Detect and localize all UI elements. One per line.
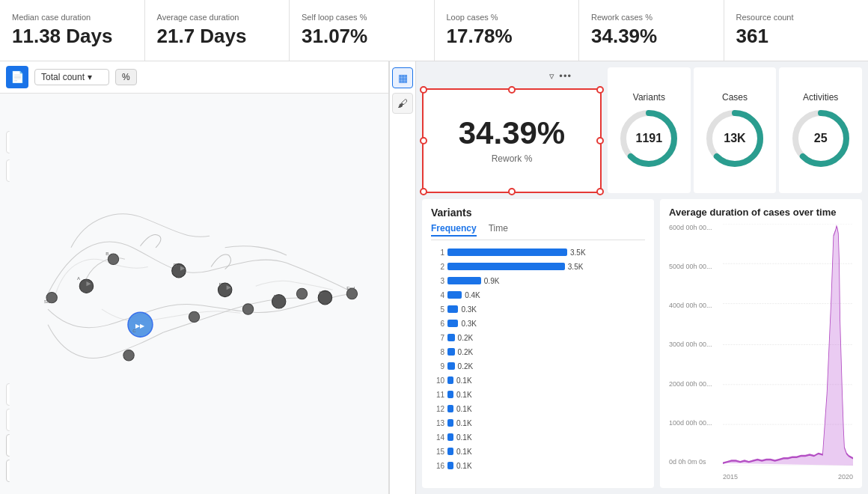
- variant-bar-wrap-7: 0.2K: [447, 347, 645, 356]
- list-item[interactable]: 13 0.1K: [431, 417, 645, 429]
- variant-num-13: 14: [431, 433, 444, 442]
- stat-circle-title-1: Cases: [722, 92, 748, 103]
- brush-tool-button[interactable]: 🖌: [392, 93, 413, 114]
- document-view-button[interactable]: 📄: [6, 66, 28, 88]
- list-item[interactable]: 9 0.2K: [431, 360, 645, 372]
- metric-label-2: Self loop cases %: [302, 13, 422, 22]
- metric-card-2: Self loop cases % 31.07%: [290, 0, 435, 61]
- list-item[interactable]: 5 0.3K: [431, 303, 645, 315]
- process-map-svg: ▶▶: [0, 94, 388, 494]
- list-item[interactable]: 12 0.1K: [431, 403, 645, 415]
- donut-1: 13K: [705, 109, 765, 168]
- variant-bar-label-7: 0.2K: [458, 348, 476, 356]
- list-item[interactable]: 3 0.9K: [431, 275, 645, 287]
- handle-mr[interactable]: [596, 137, 604, 144]
- metrics-bar: Median case duration 11.38 Days Average …: [0, 0, 868, 61]
- variant-bar-wrap-4: 0.3K: [447, 305, 645, 314]
- stat-circle-title-2: Activities: [803, 92, 838, 103]
- list-item[interactable]: 2 3.5K: [431, 260, 645, 272]
- metric-value-0: 11.38 Days: [12, 25, 132, 48]
- donut-2: 25: [791, 109, 851, 168]
- svg-text:B: B: [106, 251, 109, 256]
- variant-num-7: 8: [431, 348, 444, 356]
- variant-bar-wrap-1: 3.5K: [447, 262, 645, 271]
- variant-bar-5: [447, 320, 458, 327]
- variant-bar-14: [447, 448, 453, 455]
- variant-bar-9: [447, 376, 453, 384]
- variant-bar-0: [447, 248, 567, 256]
- variant-bar-label-5: 0.3K: [461, 320, 479, 328]
- metric-value-1: 21.7 Days: [157, 25, 278, 48]
- list-item[interactable]: 6 0.3K: [431, 317, 645, 329]
- y-label-3: 300d 00h 00...: [669, 341, 721, 348]
- chart-area: 600d 00h 00...500d 00h 00...400d 00h 00.…: [669, 224, 853, 481]
- variant-bar-wrap-15: 0.1K: [447, 461, 645, 470]
- variant-bar-label-0: 3.5K: [570, 248, 588, 257]
- stats-circles: Variants 1191 Cases 13K Activities 25: [608, 67, 862, 193]
- left-toolbar: 📄 Total count ▾ %: [0, 61, 388, 94]
- handle-tl[interactable]: [420, 86, 427, 94]
- metric-dropdown[interactable]: Total count ▾: [34, 69, 109, 85]
- metric-card-4: Rework cases % 34.39%: [579, 0, 724, 61]
- variant-num-2: 3: [431, 277, 444, 285]
- list-item[interactable]: 7 0.2K: [431, 332, 645, 344]
- variant-bar-8: [447, 362, 455, 370]
- process-map: ↺ ↻ ⊞ ⛶ + −: [0, 94, 388, 494]
- metric-value-5: 361: [736, 25, 857, 48]
- document-icon: 📄: [10, 70, 25, 84]
- main-content: 📄 Total count ▾ % ↺ ↻ ⊞ ⛶ + −: [0, 61, 868, 494]
- handle-bl[interactable]: [420, 188, 427, 195]
- metric-card-1: Average case duration 21.7 Days: [145, 0, 290, 61]
- variant-bar-label-4: 0.3K: [461, 305, 479, 314]
- stat-circle-cases: Cases 13K: [694, 67, 777, 193]
- handle-bc[interactable]: [508, 188, 516, 195]
- svg-point-9: [108, 254, 118, 264]
- variant-bar-4: [447, 305, 458, 313]
- variant-bar-wrap-5: 0.3K: [447, 319, 645, 328]
- svg-point-13: [296, 288, 307, 299]
- variant-num-14: 15: [431, 448, 444, 456]
- bar-chart-tool-button[interactable]: ▦: [392, 67, 413, 88]
- variant-bar-2: [447, 277, 481, 284]
- variant-bar-3: [447, 291, 462, 299]
- svg-point-11: [189, 311, 199, 322]
- list-item[interactable]: 16 0.1K: [431, 460, 645, 472]
- y-label-6: 0d 0h 0m 0s: [669, 458, 721, 466]
- variant-bar-15: [447, 462, 453, 469]
- list-item[interactable]: 4 0.4K: [431, 289, 645, 301]
- variant-bar-1: [447, 263, 565, 270]
- y-label-1: 500d 00h 00...: [669, 263, 721, 270]
- list-item[interactable]: 15 0.1K: [431, 445, 645, 457]
- variants-tab-frequency[interactable]: Frequency: [431, 223, 477, 237]
- list-item[interactable]: 1 3.5K: [431, 246, 645, 258]
- duration-title: Average duration of cases over time: [669, 207, 853, 218]
- handle-tc[interactable]: [508, 86, 516, 94]
- handle-ml[interactable]: [420, 137, 427, 144]
- filter-icon[interactable]: ▿: [549, 70, 554, 82]
- list-item[interactable]: 8 0.2K: [431, 346, 645, 358]
- svg-text:E: E: [218, 281, 221, 287]
- variant-bar-12: [447, 419, 453, 427]
- variant-bar-label-15: 0.1K: [456, 462, 474, 470]
- variants-title: Variants: [431, 207, 645, 219]
- variants-tab-time[interactable]: Time: [489, 223, 508, 237]
- list-item[interactable]: 14 0.1K: [431, 431, 645, 443]
- list-item[interactable]: 10 0.1K: [431, 374, 645, 386]
- variant-bar-label-9: 0.1K: [456, 376, 474, 385]
- donut-value-0: 1191: [636, 132, 663, 145]
- variant-bar-wrap-3: 0.4K: [447, 290, 645, 299]
- stat-circle-title-0: Variants: [633, 92, 665, 103]
- list-item[interactable]: 11 0.1K: [431, 388, 645, 400]
- y-label-4: 200d 00h 00...: [669, 380, 721, 388]
- handle-tr[interactable]: [596, 86, 604, 94]
- left-panel: 📄 Total count ▾ % ↺ ↻ ⊞ ⛶ + −: [0, 61, 389, 494]
- variant-bar-wrap-14: 0.1K: [447, 447, 645, 456]
- variant-bar-6: [447, 334, 455, 341]
- variant-bar-wrap-6: 0.2K: [447, 333, 645, 342]
- variant-bar-label-2: 0.9K: [484, 277, 502, 285]
- stat-circle-activities: Activities 25: [779, 67, 862, 193]
- more-icon[interactable]: •••: [559, 70, 572, 82]
- handle-br[interactable]: [596, 188, 604, 195]
- stat-circle-variants: Variants 1191: [608, 67, 691, 193]
- right-top-row: ▿ ••• 34.39% Rework %: [422, 67, 862, 193]
